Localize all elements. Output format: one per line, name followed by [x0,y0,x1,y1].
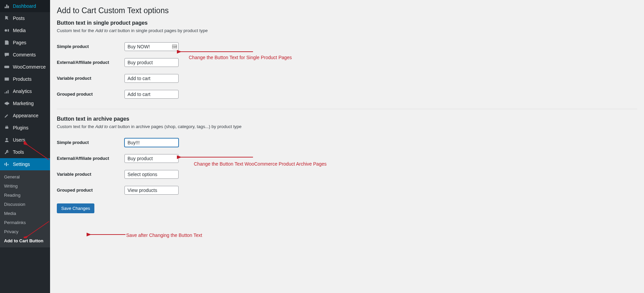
submenu-reading[interactable]: Reading [0,191,50,200]
sidebar-item-posts[interactable]: Posts [0,12,50,24]
sidebar-item-products[interactable]: Products [0,73,50,85]
label-archive-external: External/Affiliate product [57,150,124,166]
menu-label: WooCommerce [13,64,46,70]
annotation-text-2: Change the Button Text WooCommerce Produ… [194,161,326,167]
sidebar-item-analytics[interactable]: Analytics [0,85,50,97]
media-icon [3,27,10,34]
input-single-variable[interactable] [124,74,179,83]
input-archive-simple[interactable] [124,138,179,147]
page-title: Add to Cart Custom Text options [57,6,637,15]
annotation-arrow-sidebar-1 [24,141,51,162]
comment-icon [3,51,10,58]
pin-icon [3,15,10,22]
sidebar-item-woocommerce[interactable]: WooCommerce [0,61,50,73]
label-single-external: External/Affiliate product [57,54,124,70]
label-single-variable: Variable product [57,70,124,86]
section1-heading: Button text in single product pages [57,20,637,26]
settings-icon [3,161,10,168]
menu-label: Tools [13,149,24,155]
products-icon [3,76,10,82]
menu-label: Pages [13,40,26,45]
brush-icon [3,112,10,119]
submenu-writing[interactable]: Writing [0,181,50,191]
woocommerce-icon [3,64,10,70]
wrench-icon [3,149,10,155]
sidebar-item-comments[interactable]: Comments [0,49,50,61]
input-archive-variable[interactable] [124,170,179,179]
menu-label: Posts [13,16,25,21]
sidebar-item-appearance[interactable]: Appearance [0,109,50,122]
megaphone-icon [3,100,10,107]
input-single-external[interactable] [124,58,179,67]
submenu-media[interactable]: Media [0,209,50,218]
user-icon [3,137,10,143]
section-divider [57,109,637,109]
input-single-simple[interactable] [124,42,179,51]
submenu-discussion[interactable]: Discussion [0,200,50,209]
annotation-arrow-2 [177,154,255,161]
svg-line-12 [27,145,49,160]
menu-label: Analytics [13,89,32,94]
label-archive-grouped: Grouped product [57,182,124,198]
input-single-grouped[interactable] [124,90,179,99]
label-archive-variable: Variable product [57,166,124,182]
section2-heading: Button text in archive pages [57,116,637,122]
sidebar-item-media[interactable]: Media [0,24,50,36]
menu-label: Settings [13,162,30,167]
svg-point-3 [7,102,9,104]
menu-label: Dashboard [13,3,36,9]
annotation-text-1: Change the Button Text for Single Produc… [189,55,292,60]
submenu-general[interactable]: General [0,172,50,181]
menu-label: Appearance [13,113,39,118]
keyboard-icon: ⌨ [172,44,177,49]
input-archive-grouped[interactable] [124,186,179,195]
menu-label: Products [13,76,31,82]
annotation-text-3: Save after Changing the Button Text [126,233,202,238]
page-icon [3,39,10,46]
label-archive-simple: Simple product [57,135,124,150]
section1-description: Custom text for the Add to cart button i… [57,28,637,33]
content-area: Add to Cart Custom Text options Button t… [50,0,644,293]
svg-point-0 [5,29,7,31]
svg-rect-2 [5,78,9,81]
annotation-arrow-3 [87,231,127,238]
menu-label: Media [13,28,26,33]
input-archive-external[interactable] [124,154,179,163]
plug-icon [3,124,10,131]
annotation-arrow-1 [177,48,255,55]
svg-line-14 [27,221,49,237]
analytics-icon [3,88,10,95]
section2-description: Custom text for the Add to cart button i… [57,124,637,129]
label-single-grouped: Grouped product [57,86,124,102]
svg-rect-1 [4,66,9,68]
annotation-arrow-sidebar-2 [24,218,51,238]
menu-label: Marketing [13,101,33,106]
save-button[interactable]: Save Changes [57,203,94,213]
svg-point-4 [6,138,7,140]
dashboard-icon [3,3,10,9]
sidebar-item-plugins[interactable]: Plugins [0,122,50,134]
sidebar-item-marketing[interactable]: Marketing [0,97,50,109]
label-single-simple: Simple product [57,39,124,54]
menu-label: Comments [13,52,36,57]
menu-label: Plugins [13,125,28,130]
sidebar-item-dashboard[interactable]: Dashboard [0,0,50,12]
sidebar-item-pages[interactable]: Pages [0,36,50,49]
